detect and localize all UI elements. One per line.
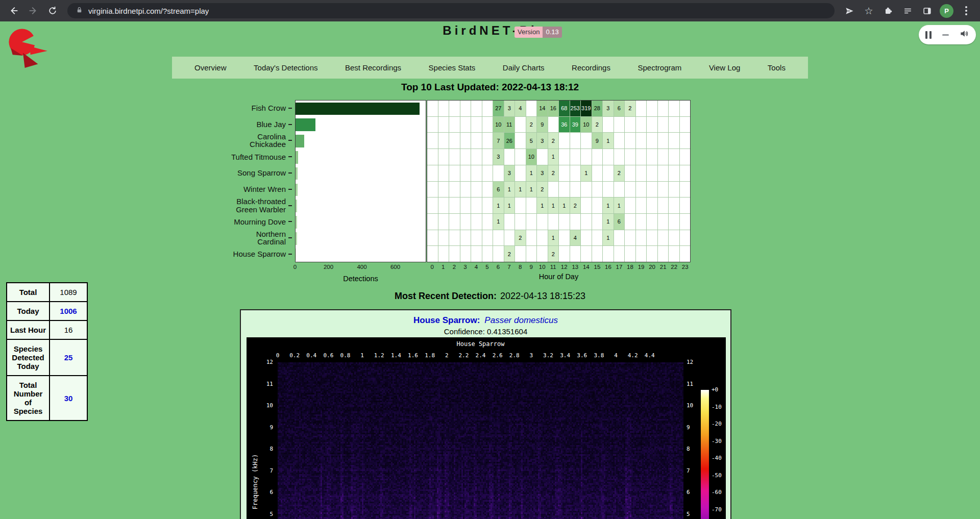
heatmap-cell <box>636 149 647 165</box>
stats-row: Today1006 <box>7 302 87 320</box>
nav-item-species-stats[interactable]: Species Stats <box>429 63 476 72</box>
heatmap-cell <box>647 117 657 133</box>
heatmap-cell <box>515 133 526 149</box>
nav-item-tools[interactable]: Tools <box>768 63 786 72</box>
heatmap-cell <box>482 182 493 197</box>
stats-row: Species Detected Today25 <box>7 339 87 376</box>
heatmap-cell <box>680 197 691 213</box>
nav-item-today-s-detections[interactable]: Today's Detections <box>254 63 317 72</box>
heatmap-cell <box>438 182 449 197</box>
heatmap-cell: 6 <box>614 101 625 116</box>
heatmap-cell <box>537 214 548 230</box>
heatmap-cell <box>658 214 669 230</box>
hour-tick: 8 <box>514 264 526 270</box>
time-tick: 0.6 <box>323 352 333 359</box>
nav-item-view-log[interactable]: View Log <box>709 63 740 72</box>
heatmap-cell: 2 <box>614 165 625 181</box>
nav-item-best-recordings[interactable]: Best Recordings <box>345 63 401 72</box>
heatmap-cell <box>449 246 460 262</box>
heatmap-cell: 2 <box>526 117 537 133</box>
heatmap-cell <box>449 165 460 181</box>
heatmap-cell <box>581 197 592 213</box>
heatmap-cell <box>559 149 570 165</box>
heatmap-cell <box>614 117 625 133</box>
scientific-name-link[interactable]: Passer domesticus <box>484 315 558 325</box>
heatmap-cell <box>559 133 570 149</box>
heatmap-cell <box>636 101 647 116</box>
side-panel-icon[interactable] <box>918 2 936 19</box>
heatmap-cell <box>438 197 449 213</box>
send-to-devices-icon[interactable] <box>841 2 858 19</box>
hour-tick: 17 <box>614 264 625 270</box>
heatmap-cell <box>592 197 603 213</box>
top10-heading: Top 10 Last Updated: 2022-04-13 18:12 <box>0 82 980 93</box>
heatmap-cell <box>570 182 581 197</box>
hourly-heatmap: 2734141668253319283621011293639102726532… <box>427 100 691 262</box>
freq-tick: 8 <box>254 446 273 452</box>
species-label: Mourning Dove <box>234 218 286 226</box>
seek-slider[interactable] <box>942 34 949 36</box>
heatmap-cell <box>526 246 537 262</box>
time-tick: 0 <box>276 352 280 359</box>
bookmark-star-icon[interactable]: ☆ <box>860 2 877 19</box>
heatmap-cell <box>482 214 493 230</box>
address-bar[interactable]: virginia.birdnetpi.com/?stream=play <box>67 3 835 18</box>
axis-tick <box>288 172 292 174</box>
heatmap-cell: 2 <box>592 117 603 133</box>
hour-tick: 23 <box>679 264 691 270</box>
back-icon[interactable] <box>5 2 22 19</box>
extensions-icon[interactable] <box>879 2 897 19</box>
most-recent-detection: Most Recent Detection:2022-04-13 18:15:2… <box>0 291 980 302</box>
heatmap-cell <box>603 165 614 181</box>
heatmap-cell <box>460 246 471 262</box>
heatmap-cell: 5 <box>526 133 537 149</box>
stats-row: Total Number of Species30 <box>7 376 87 421</box>
pause-button[interactable] <box>925 31 932 39</box>
forward-icon[interactable] <box>24 2 42 19</box>
heatmap-cell <box>614 182 625 197</box>
heatmap-cell: 2 <box>548 165 559 181</box>
reading-list-icon[interactable] <box>899 2 916 19</box>
spectrogram-plot <box>278 362 683 519</box>
heatmap-cell <box>647 246 657 262</box>
time-tick: 3.6 <box>577 352 587 359</box>
colorbar-tick: -50 <box>712 472 722 479</box>
heatmap-cell <box>515 246 526 262</box>
axis-tick <box>288 156 292 157</box>
nav-item-recordings[interactable]: Recordings <box>572 63 610 72</box>
heatmap-cell <box>658 182 669 197</box>
species-label: Black-throated Green Warbler <box>236 197 286 213</box>
recent-detection-label: Most Recent Detection: <box>395 291 497 301</box>
stat-value-link[interactable]: 25 <box>50 339 87 376</box>
reload-icon[interactable] <box>44 2 61 19</box>
freq-tick: 6 <box>687 489 690 496</box>
volume-icon[interactable] <box>959 29 969 41</box>
heatmap-cell <box>603 149 614 165</box>
species-label: Fish Crow <box>251 104 286 112</box>
heatmap-cell <box>482 165 493 181</box>
stat-value-link[interactable]: 1006 <box>50 302 87 320</box>
species-row: House Sparrow <box>162 246 292 262</box>
heatmap-cell <box>471 230 482 246</box>
menu-dots-icon[interactable] <box>958 2 975 19</box>
heatmap-cell <box>669 246 679 262</box>
heatmap-cell: 1 <box>504 182 515 197</box>
stat-value-link[interactable]: 30 <box>50 376 87 421</box>
heatmap-cell: 3 <box>537 165 548 181</box>
nav-item-daily-charts[interactable]: Daily Charts <box>503 63 545 72</box>
heatmap-cell: 2 <box>570 197 581 213</box>
profile-avatar[interactable]: P <box>940 4 953 18</box>
heatmap-cell <box>669 101 679 116</box>
heatmap-cell <box>570 246 581 262</box>
hour-tick: 2 <box>449 264 460 270</box>
axis-tick <box>288 108 292 109</box>
heatmap-cell <box>669 133 679 149</box>
heatmap-cell <box>427 133 438 149</box>
nav-item-overview[interactable]: Overview <box>194 63 227 72</box>
heatmap-cell <box>526 214 537 230</box>
freq-tick: 12 <box>254 359 273 365</box>
heatmap-cell <box>548 182 559 197</box>
heatmap-cell: 2 <box>548 133 559 149</box>
detected-species-link[interactable]: House Sparrow: <box>413 315 480 325</box>
nav-item-spectrogram[interactable]: Spectrogram <box>638 63 681 72</box>
